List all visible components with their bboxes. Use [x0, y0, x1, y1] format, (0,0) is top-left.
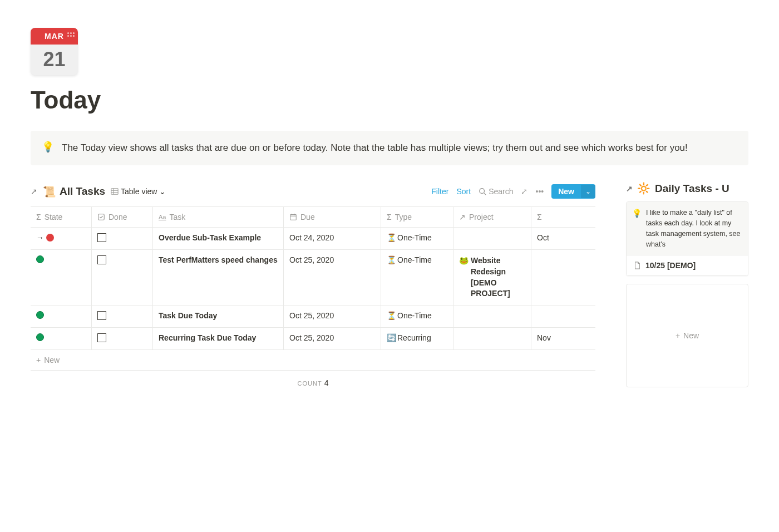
svg-line-5 [484, 193, 486, 195]
cell-state [31, 328, 92, 349]
calendar-month: MAR [45, 32, 64, 41]
page-title: Today [31, 86, 748, 114]
cell-type: ⏳One-Time [381, 228, 453, 249]
plus-icon: + [676, 331, 680, 340]
card-title[interactable]: 10/25 [DEMO] [627, 255, 748, 275]
cell-project [453, 328, 531, 349]
search-icon [479, 188, 486, 195]
new-card-button[interactable]: + New [626, 284, 748, 387]
cell-task[interactable]: Task Due Today [153, 306, 284, 327]
col-done[interactable]: Done [92, 207, 153, 227]
cell-task[interactable]: Test PerfMatters speed changes [153, 250, 284, 304]
sun-icon: 🔆 [637, 182, 650, 195]
done-checkbox[interactable] [97, 233, 106, 242]
calendar-icon [289, 213, 297, 221]
search-button[interactable]: Search [479, 187, 513, 196]
calendar-day: 21 [31, 45, 78, 75]
open-as-page-icon[interactable]: ↗ [31, 187, 37, 196]
new-row-button[interactable]: + New [31, 350, 595, 371]
cell-task[interactable]: Overdue Sub-Task Example [153, 228, 284, 249]
lightbulb-icon: 💡 [42, 141, 54, 155]
col-due[interactable]: Due [284, 207, 381, 227]
cell-task[interactable]: Recurring Task Due Today [153, 328, 284, 349]
page-icon [633, 262, 641, 269]
view-switcher[interactable]: Table view ⌄ [111, 187, 166, 196]
cell-state: → [31, 228, 92, 249]
cell-extra [531, 250, 556, 304]
cell-due: Oct 24, 2020 [284, 228, 381, 249]
status-dot-icon [36, 311, 44, 319]
type-icon: ⏳ [387, 311, 396, 320]
type-icon: 🔄 [387, 333, 396, 342]
cell-state [31, 306, 92, 327]
cell-done [92, 306, 153, 327]
table-row[interactable]: Task Due TodayOct 25, 2020⏳One-Time [31, 306, 595, 328]
done-checkbox[interactable] [97, 255, 106, 264]
cell-type: ⏳One-Time [381, 306, 453, 327]
col-task[interactable]: AaTask [153, 207, 284, 227]
info-callout: 💡 The Today view shows all tasks that ar… [31, 131, 748, 165]
col-project[interactable]: ↗Project [453, 207, 531, 227]
cell-extra [531, 306, 556, 327]
table-row[interactable]: Recurring Task Due TodayOct 25, 2020🔄Rec… [31, 328, 595, 350]
card-callout: 💡 I like to make a "daily list" of tasks… [627, 202, 748, 255]
cell-state [31, 250, 92, 304]
sidebar-database-header[interactable]: ↗ 🔆 Daily Tasks - U [626, 182, 748, 195]
callout-text: The Today view shows all tasks that are … [62, 141, 688, 155]
daily-task-card[interactable]: 💡 I like to make a "daily list" of tasks… [626, 201, 748, 276]
scroll-icon: 📜 [43, 185, 56, 198]
relation-icon: ↗ [459, 213, 466, 221]
table-icon [111, 188, 119, 195]
cell-type: ⏳One-Time [381, 250, 453, 304]
project-icon: 🐸 [459, 255, 469, 267]
page-icon[interactable]: MAR 21 [31, 28, 78, 75]
sort-button[interactable]: Sort [456, 187, 471, 196]
checkbox-icon [97, 213, 105, 221]
plus-icon: + [36, 356, 41, 364]
cell-project[interactable]: 🐸Website Redesign [DEMO PROJECT] [453, 250, 531, 304]
table-row[interactable]: →Overdue Sub-Task ExampleOct 24, 2020⏳On… [31, 228, 595, 250]
cell-project [453, 228, 531, 249]
cell-done [92, 228, 153, 249]
cell-due: Oct 25, 2020 [284, 328, 381, 349]
status-dot-icon [46, 234, 54, 242]
text-icon: Aa [159, 214, 166, 220]
status-dot-icon [36, 333, 44, 341]
cell-extra: Oct [531, 228, 556, 249]
type-icon: ⏳ [387, 255, 396, 264]
table-row[interactable]: Test PerfMatters speed changesOct 25, 20… [31, 250, 595, 305]
table-header-row: ΣState Done AaTask Due ΣType ↗Project Σ [31, 207, 595, 228]
cell-due: Oct 25, 2020 [284, 306, 381, 327]
new-button[interactable]: New ⌄ [551, 184, 595, 199]
more-icon[interactable]: ••• [535, 187, 544, 196]
count-footer: COUNT4 [31, 371, 595, 395]
done-checkbox[interactable] [97, 333, 106, 342]
cell-extra: Nov [531, 328, 556, 349]
sigma-icon: Σ [36, 213, 41, 221]
svg-rect-7 [290, 215, 297, 220]
cell-due: Oct 25, 2020 [284, 250, 381, 304]
chevron-down-icon[interactable]: ⌄ [581, 185, 595, 198]
sigma-icon: Σ [537, 213, 542, 221]
sigma-icon: Σ [387, 213, 392, 221]
cell-type: 🔄Recurring [381, 328, 453, 349]
cell-done [92, 328, 153, 349]
database-header: ↗ 📜 All Tasks Table view ⌄ Filter Sort S… [31, 182, 595, 201]
cell-project [453, 306, 531, 327]
tasks-table: ΣState Done AaTask Due ΣType ↗Project Σ … [31, 206, 595, 370]
col-extra[interactable]: Σ [531, 207, 556, 227]
arrow-right-icon: → [36, 233, 44, 242]
open-as-page-icon[interactable]: ↗ [626, 184, 633, 193]
col-state[interactable]: ΣState [31, 207, 92, 227]
cell-done [92, 250, 153, 304]
svg-point-4 [480, 189, 485, 194]
lightbulb-icon: 💡 [632, 208, 642, 249]
chevron-down-icon: ⌄ [159, 187, 166, 196]
done-checkbox[interactable] [97, 311, 106, 320]
type-icon: ⏳ [387, 233, 396, 242]
filter-button[interactable]: Filter [431, 187, 448, 196]
status-dot-icon [36, 255, 44, 263]
col-type[interactable]: ΣType [381, 207, 453, 227]
expand-icon[interactable]: ⤢ [521, 187, 527, 196]
database-title[interactable]: 📜 All Tasks [43, 185, 105, 198]
